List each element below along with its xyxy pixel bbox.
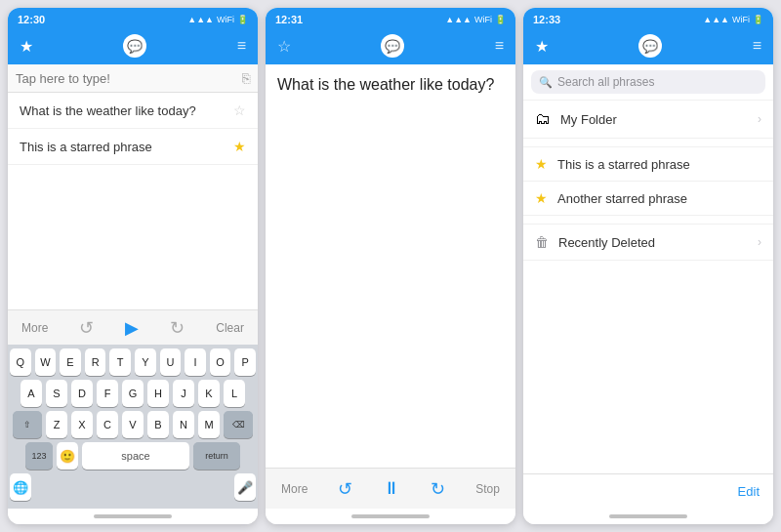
search-icon: 🔍 bbox=[539, 76, 553, 89]
battery-icon-1: 🔋 bbox=[237, 15, 248, 24]
return-key[interactable]: return bbox=[193, 442, 240, 470]
status-bar-3: 12:33 ▲▲▲ WiFi 🔋 bbox=[523, 8, 773, 29]
key-k[interactable]: K bbox=[198, 380, 220, 407]
playback-phrase-text: What is the weather like today? bbox=[277, 76, 494, 93]
key-l[interactable]: L bbox=[224, 380, 245, 407]
key-n[interactable]: N bbox=[173, 411, 194, 438]
key-s[interactable]: S bbox=[46, 380, 67, 407]
status-icons-3: ▲▲▲ WiFi 🔋 bbox=[703, 15, 763, 24]
screen-phrase-playback: 12:31 ▲▲▲ WiFi 🔋 ☆ 💬 ≡ What is the weath… bbox=[266, 8, 515, 524]
folder-item[interactable]: 🗂 My Folder › bbox=[523, 100, 773, 139]
recently-deleted-item[interactable]: 🗑 Recently Deleted › bbox=[523, 224, 773, 261]
star-nav-icon-2[interactable]: ☆ bbox=[277, 37, 291, 56]
starred-item-2[interactable]: ★ Another starred phrase bbox=[523, 182, 773, 216]
space-key[interactable]: space bbox=[82, 442, 189, 470]
battery-icon-3: 🔋 bbox=[753, 15, 763, 24]
signal-icon-1: ▲▲▲ bbox=[187, 15, 214, 24]
mic-key[interactable]: 🎤 bbox=[234, 473, 256, 501]
edit-button[interactable]: Edit bbox=[738, 484, 760, 499]
key-row-4: 123 🙂 space return bbox=[10, 442, 256, 470]
playback-text-area: What is the weather like today? bbox=[266, 64, 515, 468]
folder-chevron-icon: › bbox=[758, 112, 761, 126]
key-r[interactable]: R bbox=[85, 348, 106, 376]
key-f[interactable]: F bbox=[97, 380, 118, 407]
key-z[interactable]: Z bbox=[46, 411, 67, 438]
key-h[interactable]: H bbox=[147, 380, 169, 407]
key-b[interactable]: B bbox=[147, 411, 169, 438]
phrase-text-1: What is the weather like today? bbox=[20, 103, 196, 118]
chat-nav-icon-1[interactable]: 💬 bbox=[123, 34, 146, 58]
key-w[interactable]: W bbox=[35, 348, 57, 376]
menu-nav-icon-3[interactable]: ≡ bbox=[753, 37, 761, 55]
nav-bar-2: ☆ 💬 ≡ bbox=[266, 29, 515, 64]
status-icons-2: ▲▲▲ WiFi 🔋 bbox=[445, 15, 506, 24]
pause-btn-2[interactable]: ⏸ bbox=[383, 478, 400, 499]
home-bar-2 bbox=[351, 514, 430, 518]
starred-section: ★ This is a starred phrase ★ Another sta… bbox=[523, 146, 773, 216]
phrase-item-1[interactable]: What is the weather like today? ☆ bbox=[8, 93, 258, 129]
key-row-1: Q W E R T Y U I O P bbox=[10, 348, 256, 376]
chat-bubble-icon-2: 💬 bbox=[385, 39, 400, 54]
home-bar-3 bbox=[609, 514, 687, 518]
more-btn-2[interactable]: More bbox=[281, 482, 308, 496]
chat-bubble-icon-3: 💬 bbox=[642, 39, 658, 54]
key-g[interactable]: G bbox=[122, 380, 144, 407]
star-icon-1[interactable]: ☆ bbox=[233, 102, 246, 118]
search-placeholder: Search all phrases bbox=[557, 75, 654, 89]
key-e[interactable]: E bbox=[60, 348, 81, 376]
menu-nav-icon-1[interactable]: ≡ bbox=[237, 37, 246, 55]
wifi-icon-2: WiFi bbox=[474, 15, 492, 24]
menu-nav-icon-2[interactable]: ≡ bbox=[495, 37, 504, 55]
search-bar[interactable]: 🔍 Search all phrases bbox=[531, 70, 765, 94]
play-icon-1[interactable]: ▶ bbox=[125, 317, 139, 339]
deleted-chevron-icon: › bbox=[758, 235, 761, 249]
key-i[interactable]: I bbox=[185, 348, 206, 376]
key-q[interactable]: Q bbox=[10, 348, 31, 376]
folder-section: 🗂 My Folder › bbox=[523, 100, 773, 139]
nav-bar-3: ★ 💬 ≡ bbox=[523, 29, 773, 64]
toolbar-1: More ↺ ▶ ↻ Clear bbox=[8, 309, 258, 345]
wifi-icon-3: WiFi bbox=[732, 15, 750, 24]
key-x[interactable]: X bbox=[71, 411, 93, 438]
key-y[interactable]: Y bbox=[135, 348, 156, 376]
stop-btn-2[interactable]: Stop bbox=[475, 482, 500, 496]
screen-phrases-list: 12:30 ▲▲▲ WiFi 🔋 ★ 💬 ≡ ⎘ What is the wea… bbox=[8, 8, 258, 524]
phrase-list: What is the weather like today? ☆ This i… bbox=[8, 93, 258, 309]
folder-icon: 🗂 bbox=[535, 110, 551, 128]
key-m[interactable]: M bbox=[198, 411, 220, 438]
keyboard: Q W E R T Y U I O P A S D F G H J K L bbox=[8, 345, 258, 509]
key-t[interactable]: T bbox=[109, 348, 131, 376]
key-d[interactable]: D bbox=[71, 380, 93, 407]
phrase-input[interactable] bbox=[16, 71, 236, 86]
num-key[interactable]: 123 bbox=[25, 442, 53, 470]
key-o[interactable]: O bbox=[210, 348, 231, 376]
star-nav-icon-1[interactable]: ★ bbox=[20, 37, 33, 56]
chat-bubble-icon-1: 💬 bbox=[127, 39, 143, 54]
shift-key[interactable]: ⇧ bbox=[13, 411, 42, 438]
key-v[interactable]: V bbox=[122, 411, 144, 438]
key-a[interactable]: A bbox=[21, 380, 42, 407]
key-j[interactable]: J bbox=[173, 380, 194, 407]
forward-icon-1[interactable]: ↻ bbox=[170, 317, 185, 339]
key-p[interactable]: P bbox=[234, 348, 256, 376]
key-c[interactable]: C bbox=[97, 411, 118, 438]
rewind-btn-2[interactable]: ↺ bbox=[338, 478, 352, 500]
clear-btn-1[interactable]: Clear bbox=[216, 321, 244, 335]
screen-phrase-library: 12:33 ▲▲▲ WiFi 🔋 ★ 💬 ≡ 🔍 Search all phra… bbox=[523, 8, 773, 524]
trash-icon: 🗑 bbox=[535, 234, 549, 250]
phrase-item-2[interactable]: This is a starred phrase ★ bbox=[8, 129, 258, 165]
more-btn-1[interactable]: More bbox=[21, 321, 48, 335]
emoji-key[interactable]: 🙂 bbox=[57, 442, 78, 470]
phrase-input-area[interactable]: ⎘ bbox=[8, 64, 258, 93]
starred-item-1[interactable]: ★ This is a starred phrase bbox=[523, 146, 773, 182]
backspace-key[interactable]: ⌫ bbox=[224, 411, 253, 438]
globe-key[interactable]: 🌐 bbox=[10, 473, 31, 501]
chat-nav-icon-2[interactable]: 💬 bbox=[381, 34, 404, 58]
star-nav-icon-3[interactable]: ★ bbox=[535, 37, 549, 56]
rewind-icon-1[interactable]: ↺ bbox=[79, 317, 94, 339]
status-time-2: 12:31 bbox=[275, 14, 303, 25]
chat-nav-icon-3[interactable]: 💬 bbox=[638, 34, 662, 58]
star-icon-2[interactable]: ★ bbox=[233, 139, 246, 154]
key-u[interactable]: U bbox=[160, 348, 182, 376]
forward-btn-2[interactable]: ↻ bbox=[431, 478, 445, 500]
